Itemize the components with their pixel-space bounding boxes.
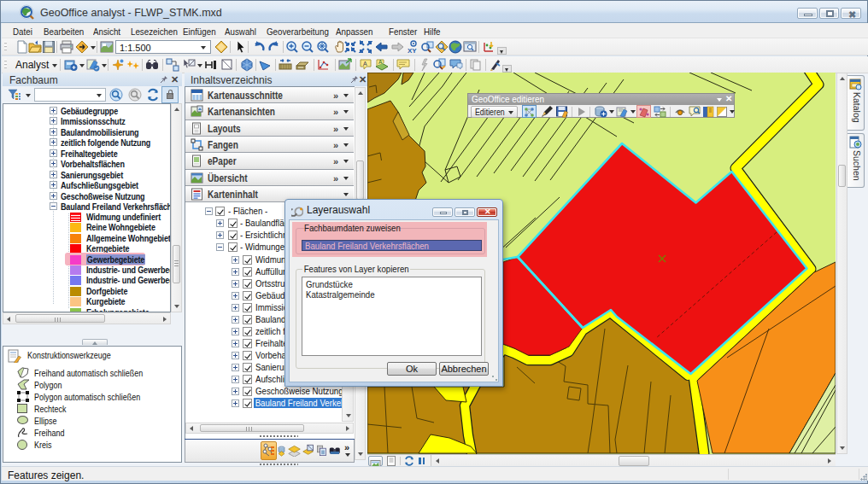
svg-text:A: A	[378, 59, 383, 65]
svg-text:XY: XY	[408, 47, 417, 54]
svg-text:A: A	[363, 61, 367, 67]
